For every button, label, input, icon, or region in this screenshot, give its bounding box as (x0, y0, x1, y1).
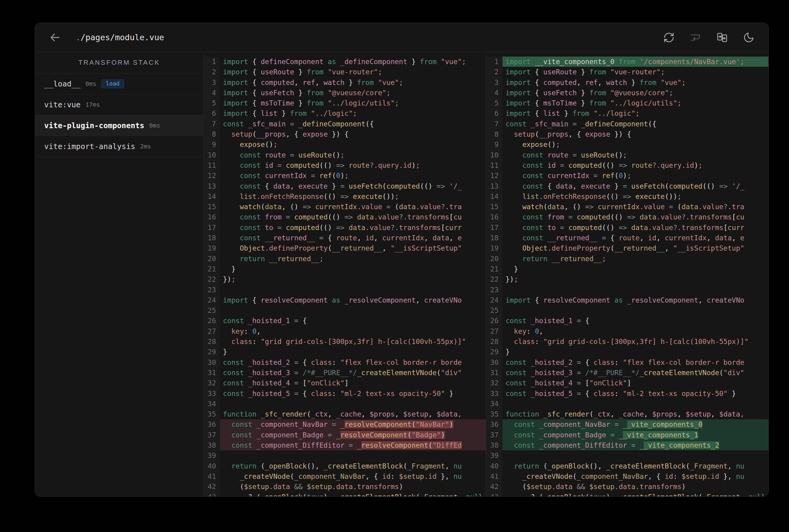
code-text: const _hoisted_4 = ["onClick"] (502, 378, 768, 388)
code-line: 40 return (_openBlock(), _createElementB… (204, 461, 486, 471)
code-text: setup(__props, { expose }) { (220, 129, 486, 139)
code-text: const route = useRoute(); (220, 150, 486, 160)
line-number: 34 (486, 399, 502, 409)
code-text: const currentIdx = ref(0); (502, 170, 768, 181)
content-area: TRANSFORM STACK __load__0msloadvite:vue1… (35, 52, 768, 496)
code-line: 9 expose(); (486, 139, 768, 150)
diff-left-panel[interactable]: 1import { defineComponent as _defineComp… (204, 52, 486, 496)
code-text: const { data, execute } = useFetch(compu… (502, 181, 768, 191)
code-line: 2import { useRoute } from "vue-router"; (204, 67, 486, 77)
line-number: 16 (204, 212, 220, 222)
plugin-name: vite:import-analysis (44, 142, 135, 151)
hook-badge: load (102, 79, 124, 88)
line-number: 26 (204, 316, 220, 326)
line-number: 21 (486, 264, 502, 274)
line-number: 17 (204, 223, 220, 233)
line-number: 14 (486, 191, 502, 202)
plugin-name: vite:vue (44, 100, 80, 109)
code-text: const _component_DiffEditor = _resolveCo… (220, 440, 486, 450)
top-bar: ./pages/module.vue (35, 23, 768, 52)
line-number: 32 (486, 378, 502, 388)
code-text: ? (_openBlock(true), _createElementBlock… (502, 492, 768, 496)
code-text: const _hoisted_5 = { class: "ml-2 text-x… (502, 388, 768, 399)
code-line: 38 const _component_DiffEditor = _resolv… (204, 440, 486, 450)
sidebar-item--load-[interactable]: __load__0msload (35, 73, 203, 94)
line-number: 24 (486, 295, 502, 305)
line-number: 30 (204, 357, 220, 367)
code-text: const from = computed(() => data.value?.… (502, 212, 768, 222)
diff-right-panel[interactable]: 1import __vite_components_0 from '/compo… (486, 52, 768, 496)
code-text (502, 450, 768, 461)
line-number: 28 (204, 337, 220, 347)
code-text: return (_openBlock(), _createElementBloc… (220, 461, 486, 471)
dark-mode-moon-icon[interactable] (743, 32, 754, 43)
line-number: 18 (204, 233, 220, 243)
line-number: 26 (486, 316, 502, 326)
line-number: 2 (204, 67, 220, 77)
side-by-side-diff-icon[interactable] (716, 32, 728, 43)
code-line: 24import { resolveComponent as _resolveC… (204, 295, 486, 305)
line-wrap-icon[interactable] (690, 32, 701, 43)
line-number: 23 (204, 285, 220, 295)
code-text (220, 450, 486, 461)
plugin-time: 17ms (85, 101, 100, 108)
code-line: 27 key: 0, (204, 326, 486, 337)
line-number: 43 (204, 492, 220, 496)
code-line: 25 (204, 305, 486, 316)
code-text: _createVNode(_component_NavBar, { id: $s… (502, 471, 768, 481)
code-line: 14 list.onFetchResponse(() => execute())… (204, 191, 486, 202)
back-button[interactable] (49, 32, 61, 43)
code-line: 22}); (204, 274, 486, 284)
code-line: 29} (486, 347, 768, 357)
code-text (502, 285, 768, 295)
code-line: 27 key: 0, (486, 326, 768, 337)
code-text: const _hoisted_3 = /*#__PURE__*/_createE… (220, 367, 486, 378)
code-line: 16 const from = computed(() => data.valu… (204, 212, 486, 222)
line-number: 17 (486, 223, 502, 233)
code-text: return (_openBlock(), _createElementBloc… (502, 461, 768, 471)
code-text: const _component_NavBar = _resolveCompon… (220, 419, 486, 430)
code-line: 26const _hoisted_1 = { (204, 316, 486, 326)
line-number: 14 (204, 191, 220, 202)
line-number: 25 (204, 305, 220, 316)
code-text: key: 0, (502, 326, 768, 337)
code-text: const { data, execute } = useFetch(compu… (220, 181, 486, 191)
code-text: const route = useRoute(); (502, 150, 768, 160)
code-text: } (220, 347, 486, 357)
code-line: 1import __vite_components_0 from '/compo… (486, 57, 768, 67)
line-number: 7 (486, 119, 502, 129)
sidebar-item-vite-vue[interactable]: vite:vue17ms (35, 94, 203, 115)
code-line: 10 const route = useRoute(); (204, 150, 486, 160)
code-text (502, 305, 768, 316)
line-number: 9 (486, 139, 502, 150)
code-line: 15 watch(data, () => currentIdx.value = … (204, 202, 486, 212)
code-line: 32const _hoisted_4 = ["onClick"] (486, 378, 768, 388)
code-text (502, 399, 768, 409)
code-text: expose(); (502, 139, 768, 150)
line-number: 31 (486, 367, 502, 378)
code-line: 23 (204, 285, 486, 295)
code-text: const _hoisted_1 = { (220, 316, 486, 326)
line-number: 2 (486, 67, 502, 77)
transform-stack-sidebar: TRANSFORM STACK __load__0msloadvite:vue1… (35, 52, 204, 496)
code-line: 3import { computed, ref, watch } from "v… (486, 77, 768, 88)
sidebar-item-vite-plugin-components[interactable]: vite-plugin-components0ms (35, 115, 203, 136)
code-text: return __returned__; (502, 253, 768, 264)
line-number: 29 (486, 347, 502, 357)
line-number: 35 (204, 409, 220, 419)
code-line: 30const _hoisted_2 = { class: "flex flex… (486, 357, 768, 367)
code-text: const _component_DiffEditor = __vite_com… (502, 440, 768, 450)
plugin-name: vite-plugin-components (44, 121, 144, 130)
code-line: 42 ($setup.data && $setup.data.transform… (204, 481, 486, 492)
sidebar-item-vite-import-analysis[interactable]: vite:import-analysis2ms (35, 136, 203, 157)
line-number: 28 (486, 337, 502, 347)
code-line: 40 return (_openBlock(), _createElementB… (486, 461, 768, 471)
refresh-icon[interactable] (663, 32, 675, 43)
code-line: 37 const _component_Badge = _resolveComp… (204, 430, 486, 440)
code-text: import { defineComponent as _defineCompo… (220, 57, 486, 67)
code-line: 41 _createVNode(_component_NavBar, { id:… (486, 471, 768, 481)
code-text: ($setup.data && $setup.data.transforms) (220, 481, 486, 492)
line-number: 8 (204, 129, 220, 139)
line-number: 10 (486, 150, 502, 160)
line-number: 13 (486, 181, 502, 191)
